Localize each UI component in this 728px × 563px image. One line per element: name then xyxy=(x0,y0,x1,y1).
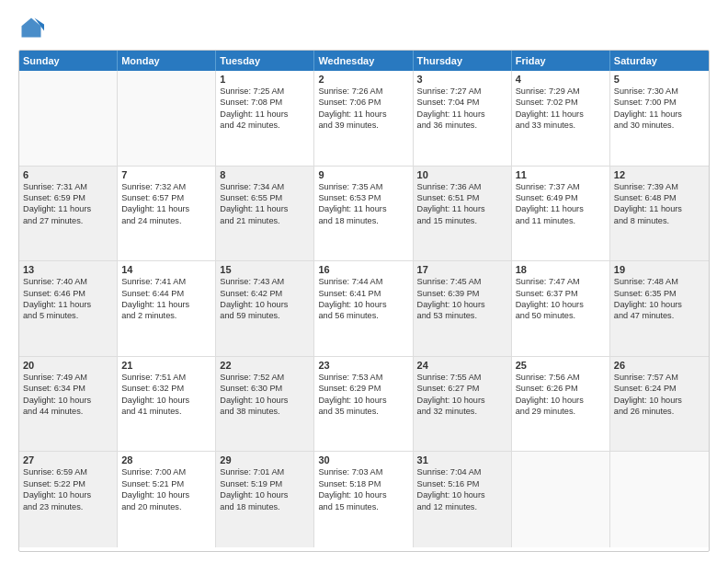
cell-line: Sunrise: 7:03 AM xyxy=(318,466,408,477)
cell-line: and 32 minutes. xyxy=(417,406,507,417)
cal-cell: 13Sunrise: 7:40 AMSunset: 6:46 PMDayligh… xyxy=(19,261,118,356)
cell-line: Sunrise: 7:26 AM xyxy=(318,86,408,97)
day-number: 11 xyxy=(516,169,606,180)
cell-line: Sunset: 6:30 PM xyxy=(220,383,310,394)
cell-line: Sunset: 6:37 PM xyxy=(516,288,606,299)
cell-line: Sunset: 6:55 PM xyxy=(220,192,310,203)
cal-cell xyxy=(610,452,709,547)
cell-line: Sunset: 5:16 PM xyxy=(417,478,507,489)
cell-line: Daylight: 11 hours xyxy=(516,109,606,120)
cell-line: Sunrise: 7:43 AM xyxy=(220,276,310,287)
day-number: 13 xyxy=(23,264,113,275)
cell-line: Daylight: 10 hours xyxy=(614,395,705,406)
header-day-friday: Friday xyxy=(512,51,610,71)
cell-line: Sunset: 5:19 PM xyxy=(220,478,310,489)
cell-line: Daylight: 11 hours xyxy=(516,203,606,214)
cell-line: Sunrise: 7:55 AM xyxy=(417,372,507,383)
cal-cell: 12Sunrise: 7:39 AMSunset: 6:48 PMDayligh… xyxy=(610,167,709,261)
cell-line: Sunset: 6:59 PM xyxy=(23,192,113,203)
cell-line: Sunrise: 7:37 AM xyxy=(516,181,606,192)
cell-line: Daylight: 10 hours xyxy=(417,299,507,310)
logo-icon xyxy=(18,15,44,40)
cal-cell: 14Sunrise: 7:41 AMSunset: 6:44 PMDayligh… xyxy=(118,261,216,356)
header-day-thursday: Thursday xyxy=(414,51,512,71)
cell-line: Sunrise: 7:56 AM xyxy=(516,372,606,383)
cal-cell: 27Sunrise: 6:59 AMSunset: 5:22 PMDayligh… xyxy=(19,452,118,547)
day-number: 19 xyxy=(614,264,705,275)
cell-line: Sunset: 6:48 PM xyxy=(614,192,705,203)
cell-line: and 12 minutes. xyxy=(417,501,507,512)
cell-line: Sunrise: 7:49 AM xyxy=(23,372,113,383)
cal-row-1: 6Sunrise: 7:31 AMSunset: 6:59 PMDaylight… xyxy=(19,167,709,262)
cal-row-0: 1Sunrise: 7:25 AMSunset: 7:08 PMDaylight… xyxy=(19,71,709,167)
cell-line: Sunrise: 7:29 AM xyxy=(516,86,606,97)
cell-line: and 38 minutes. xyxy=(220,406,310,417)
cell-line: and 42 minutes. xyxy=(220,120,310,131)
cell-line: and 50 minutes. xyxy=(516,310,606,321)
cell-line: Daylight: 11 hours xyxy=(614,203,705,214)
cal-cell: 10Sunrise: 7:36 AMSunset: 6:51 PMDayligh… xyxy=(414,167,512,261)
day-number: 4 xyxy=(516,74,606,85)
cell-line: Daylight: 10 hours xyxy=(121,489,211,500)
cell-line: and 41 minutes. xyxy=(121,406,211,417)
cal-cell: 17Sunrise: 7:45 AMSunset: 6:39 PMDayligh… xyxy=(414,261,512,356)
cal-cell: 19Sunrise: 7:48 AMSunset: 6:35 PMDayligh… xyxy=(610,261,709,356)
cal-cell: 8Sunrise: 7:34 AMSunset: 6:55 PMDaylight… xyxy=(216,167,314,261)
day-number: 12 xyxy=(614,169,705,180)
day-number: 18 xyxy=(516,264,606,275)
day-number: 30 xyxy=(318,454,408,465)
cal-cell: 6Sunrise: 7:31 AMSunset: 6:59 PMDaylight… xyxy=(19,167,118,261)
cal-cell: 29Sunrise: 7:01 AMSunset: 5:19 PMDayligh… xyxy=(216,452,314,547)
cell-line: Daylight: 10 hours xyxy=(318,299,408,310)
cell-line: Sunset: 6:53 PM xyxy=(318,192,408,203)
cell-line: Daylight: 10 hours xyxy=(220,489,310,500)
cal-cell: 25Sunrise: 7:56 AMSunset: 6:26 PMDayligh… xyxy=(512,357,610,452)
cell-line: Daylight: 10 hours xyxy=(318,489,408,500)
cell-line: and 18 minutes. xyxy=(220,501,310,512)
cell-line: Sunset: 6:51 PM xyxy=(417,192,507,203)
cell-line: and 30 minutes. xyxy=(614,120,705,131)
header-day-saturday: Saturday xyxy=(610,51,709,71)
cell-line: Sunset: 5:22 PM xyxy=(23,478,113,489)
cell-line: and 18 minutes. xyxy=(318,215,408,226)
cell-line: Sunrise: 7:41 AM xyxy=(121,276,211,287)
cal-cell: 21Sunrise: 7:51 AMSunset: 6:32 PMDayligh… xyxy=(118,357,216,452)
cell-line: Daylight: 10 hours xyxy=(417,489,507,500)
cell-line: Sunrise: 7:00 AM xyxy=(121,466,211,477)
cell-line: and 20 minutes. xyxy=(121,501,211,512)
cell-line: and 15 minutes. xyxy=(417,215,507,226)
cell-line: Sunset: 6:29 PM xyxy=(318,383,408,394)
cell-line: and 53 minutes. xyxy=(417,310,507,321)
calendar: SundayMondayTuesdayWednesdayThursdayFrid… xyxy=(18,50,710,552)
cell-line: Daylight: 10 hours xyxy=(318,395,408,406)
day-number: 20 xyxy=(23,360,113,371)
logo xyxy=(18,15,48,40)
day-number: 6 xyxy=(23,169,113,180)
cell-line: and 35 minutes. xyxy=(318,406,408,417)
cell-line: and 15 minutes. xyxy=(318,501,408,512)
cell-line: Sunrise: 7:39 AM xyxy=(614,181,705,192)
cell-line: Sunrise: 6:59 AM xyxy=(23,466,113,477)
cal-cell: 15Sunrise: 7:43 AMSunset: 6:42 PMDayligh… xyxy=(216,261,314,356)
cell-line: Daylight: 11 hours xyxy=(220,203,310,214)
cell-line: Sunrise: 7:51 AM xyxy=(121,372,211,383)
calendar-body: 1Sunrise: 7:25 AMSunset: 7:08 PMDaylight… xyxy=(19,71,709,547)
cal-row-4: 27Sunrise: 6:59 AMSunset: 5:22 PMDayligh… xyxy=(19,452,709,547)
day-number: 8 xyxy=(220,169,310,180)
cell-line: Sunset: 5:18 PM xyxy=(318,478,408,489)
cell-line: Sunset: 6:46 PM xyxy=(23,288,113,299)
cell-line: Sunrise: 7:45 AM xyxy=(417,276,507,287)
day-number: 17 xyxy=(417,264,507,275)
cal-cell: 23Sunrise: 7:53 AMSunset: 6:29 PMDayligh… xyxy=(314,357,413,452)
day-number: 29 xyxy=(220,454,310,465)
cell-line: Sunset: 6:32 PM xyxy=(121,383,211,394)
cal-cell: 1Sunrise: 7:25 AMSunset: 7:08 PMDaylight… xyxy=(216,71,314,166)
day-number: 24 xyxy=(417,360,507,371)
cell-line: and 47 minutes. xyxy=(614,310,705,321)
cell-line: and 21 minutes. xyxy=(220,215,310,226)
cell-line: Sunset: 7:02 PM xyxy=(516,97,606,108)
cell-line: Daylight: 11 hours xyxy=(121,299,211,310)
cell-line: Daylight: 11 hours xyxy=(417,203,507,214)
day-number: 3 xyxy=(417,74,507,85)
day-number: 23 xyxy=(318,360,408,371)
